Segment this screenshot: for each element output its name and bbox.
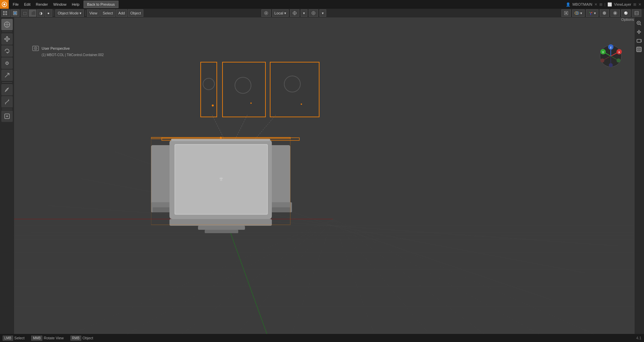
svg-line-60 bbox=[333, 219, 450, 334]
snap-icon[interactable] bbox=[290, 9, 299, 17]
camera-frame-3 bbox=[270, 62, 319, 117]
scale-tool[interactable] bbox=[1, 57, 13, 69]
menu-file[interactable]: File bbox=[10, 0, 21, 9]
workspace-name: MBOTMAIN bbox=[573, 2, 592, 6]
svg-rect-78 bbox=[153, 207, 171, 212]
svg-text:Z: Z bbox=[610, 46, 612, 49]
cursor-tool[interactable] bbox=[1, 19, 13, 30]
object-mode-dropdown[interactable]: Object Mode ▾ bbox=[55, 9, 84, 17]
camera-perspective-icon bbox=[32, 44, 40, 52]
view-zoom-icon[interactable] bbox=[635, 19, 643, 27]
toolbar-separator-2 bbox=[85, 10, 86, 16]
editor-type-btn[interactable] bbox=[11, 9, 19, 17]
extra-shading[interactable] bbox=[632, 9, 641, 17]
viewport-3d[interactable]: User Perspective (1) MBOT-COL | TiltCont… bbox=[14, 17, 635, 334]
viewport-shading-1[interactable]: ⬚ bbox=[21, 9, 28, 17]
add-menu[interactable]: Add bbox=[116, 9, 128, 17]
svg-rect-5 bbox=[5, 13, 7, 15]
annotate-tool[interactable] bbox=[1, 84, 13, 95]
svg-point-114 bbox=[616, 58, 621, 62]
viewport-shading-4[interactable]: ● bbox=[45, 9, 52, 17]
snap-dropdown[interactable]: ▾ bbox=[301, 9, 307, 17]
svg-line-118 bbox=[640, 24, 641, 25]
perspective-text: User Perspective bbox=[42, 46, 70, 50]
svg-line-40 bbox=[5, 91, 6, 92]
select-label: Select bbox=[14, 336, 25, 340]
select-menu[interactable]: Select bbox=[100, 9, 115, 17]
viewport-options[interactable] bbox=[610, 9, 620, 17]
workspace-expand[interactable]: ⊞ bbox=[599, 2, 602, 7]
svg-point-22 bbox=[603, 11, 606, 15]
object-menu[interactable]: Object bbox=[128, 9, 143, 17]
svg-line-54 bbox=[81, 219, 333, 334]
viewport-shading-solid[interactable] bbox=[600, 9, 609, 17]
transform-tool[interactable] bbox=[1, 70, 13, 81]
sidebar-separator-1 bbox=[2, 32, 12, 32]
viewport-shading-3[interactable]: ◑ bbox=[37, 9, 44, 17]
object-mode-label: Object Mode bbox=[58, 11, 79, 15]
svg-text:Y: Y bbox=[602, 51, 604, 54]
gizmo-dropdown[interactable]: ▾ bbox=[586, 9, 598, 17]
overlay-dropdown[interactable]: ▾ bbox=[572, 9, 585, 17]
svg-rect-32 bbox=[6, 62, 8, 64]
left-click-key: LMB bbox=[3, 336, 13, 341]
mode-icon-btn[interactable] bbox=[1, 9, 10, 17]
svg-rect-87 bbox=[198, 226, 245, 230]
menu-help[interactable]: Help bbox=[69, 0, 82, 9]
navigation-gizmo[interactable]: X Y Z bbox=[599, 44, 623, 68]
view-scene-icon[interactable] bbox=[635, 46, 643, 53]
proportional-edit[interactable] bbox=[309, 9, 318, 17]
toolbar-row: ⬚ ⬛ ◑ ● Object Mode ▾ View Select Add Ob… bbox=[0, 9, 644, 17]
cam-dot-1 bbox=[212, 104, 214, 106]
svg-line-53 bbox=[14, 219, 333, 334]
svg-rect-124 bbox=[637, 48, 639, 49]
view-camera-icon[interactable] bbox=[635, 37, 643, 44]
svg-line-61 bbox=[333, 219, 517, 334]
status-object: RMB Object bbox=[70, 336, 93, 341]
svg-text:X: X bbox=[618, 51, 620, 54]
menu-window[interactable]: Window bbox=[51, 0, 69, 9]
view-layer-close[interactable]: ✕ bbox=[638, 2, 641, 7]
version-label: 4.1 bbox=[636, 336, 641, 340]
rotate-view-label: Rotate View bbox=[44, 336, 63, 340]
svg-rect-16 bbox=[565, 12, 567, 14]
rotate-tool[interactable] bbox=[1, 45, 13, 57]
back-to-previous-button[interactable]: Back to Previous bbox=[84, 1, 119, 8]
measure-tool[interactable] bbox=[1, 96, 13, 108]
svg-rect-81 bbox=[272, 207, 290, 212]
svg-line-41 bbox=[5, 100, 9, 103]
view-layer-expand[interactable]: ⊞ bbox=[633, 2, 636, 7]
transform-pivot-icon[interactable] bbox=[261, 9, 271, 17]
add-object-tool[interactable] bbox=[1, 111, 13, 122]
view-menu[interactable]: View bbox=[87, 9, 100, 17]
render-region[interactable] bbox=[561, 9, 571, 17]
svg-rect-7 bbox=[14, 12, 16, 14]
prop-dropdown[interactable]: ▾ bbox=[319, 9, 326, 17]
menu-edit[interactable]: Edit bbox=[21, 0, 33, 9]
sidebar-separator-2 bbox=[2, 82, 12, 83]
move-tool[interactable] bbox=[1, 33, 13, 45]
view-layer-icon: ⬜ bbox=[607, 2, 612, 7]
render-shading[interactable] bbox=[621, 9, 631, 17]
svg-rect-127 bbox=[639, 50, 641, 51]
transform-space-label: Local bbox=[275, 11, 283, 15]
workspace-sep: | bbox=[604, 2, 605, 6]
svg-line-20 bbox=[589, 12, 591, 13]
view-pan-icon[interactable] bbox=[635, 28, 643, 36]
transform-space-dropdown[interactable]: Local ▾ bbox=[272, 9, 289, 17]
right-sidebar bbox=[635, 17, 644, 334]
workspace-close[interactable]: ✕ bbox=[594, 2, 597, 7]
svg-line-73 bbox=[236, 115, 247, 138]
svg-rect-125 bbox=[639, 48, 641, 49]
options-label[interactable]: Options bbox=[621, 17, 634, 22]
svg-rect-126 bbox=[637, 50, 639, 51]
viewport-shading-2[interactable]: ⬛ bbox=[29, 9, 36, 17]
view-layer-label: ViewLayer bbox=[614, 2, 631, 6]
right-click-key: RMB bbox=[70, 336, 81, 341]
cam-dot-3 bbox=[301, 103, 302, 105]
svg-line-62 bbox=[333, 219, 585, 334]
svg-rect-121 bbox=[637, 39, 641, 42]
menu-render[interactable]: Render bbox=[33, 0, 51, 9]
svg-rect-4 bbox=[3, 13, 5, 15]
svg-point-100 bbox=[35, 48, 36, 49]
